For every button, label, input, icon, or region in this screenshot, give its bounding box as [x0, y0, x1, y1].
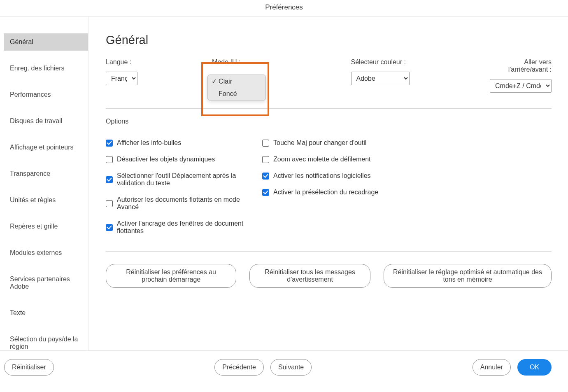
- reset-warnings-button[interactable]: Réinitialiser tous les messages d'averti…: [249, 264, 370, 288]
- option-label: Activer l'ancrage des fenêtres de docume…: [117, 220, 254, 235]
- option-scroll-zoom[interactable]: Zoom avec molette de défilement: [262, 156, 378, 163]
- option-label: Activer les notifications logicielles: [273, 172, 371, 180]
- sidebar-item-general[interactable]: Général: [4, 33, 88, 51]
- colorpicker-label: Sélecteur couleur :: [351, 58, 482, 66]
- sidebar-item-performance[interactable]: Performances: [4, 86, 88, 103]
- uimode-dropdown: ✓ Clair Foncé: [207, 75, 266, 100]
- option-label: Désactiver les objets dynamiques: [117, 156, 215, 163]
- checkbox-icon: [106, 176, 113, 183]
- cancel-button[interactable]: Annuler: [473, 359, 511, 376]
- option-floating-docs-advanced[interactable]: Autoriser les documents flottants en mod…: [106, 196, 254, 211]
- sidebar-item-transparency[interactable]: Transparence: [4, 165, 88, 182]
- sidebar-item-units-rulers[interactable]: Unités et règles: [4, 191, 88, 209]
- reset-prefs-button[interactable]: Réinitialiser les préférences au prochai…: [106, 264, 236, 288]
- checkbox-icon: [262, 173, 269, 180]
- option-dock-floating-windows[interactable]: Activer l'ancrage des fenêtres de docume…: [106, 220, 254, 235]
- option-label: Touche Maj pour changer d'outil: [273, 139, 366, 147]
- divider: [106, 251, 552, 252]
- uimode-option-clair[interactable]: ✓ Clair: [208, 75, 265, 88]
- dialog-title: Préférences: [0, 0, 568, 17]
- checkbox-icon: [262, 156, 269, 163]
- uimode-option-label: Clair: [219, 78, 232, 85]
- sidebar: Général Enreg. des fichiers Performances…: [0, 17, 88, 350]
- uimode-option-fonce[interactable]: Foncé: [208, 88, 265, 100]
- sidebar-item-plugins[interactable]: Modules externes: [4, 244, 88, 261]
- sidebar-item-file-save[interactable]: Enreg. des fichiers: [4, 60, 88, 77]
- option-label: Sélectionner l'outil Déplacement après l…: [117, 172, 254, 187]
- colorpicker-select[interactable]: Adobe: [351, 72, 410, 85]
- sidebar-item-guides-grid[interactable]: Repères et grille: [4, 218, 88, 235]
- option-label: Zoom avec molette de défilement: [273, 156, 371, 163]
- checkbox-icon: [262, 140, 269, 147]
- option-shift-tool-switch[interactable]: Touche Maj pour changer d'outil: [262, 139, 378, 147]
- next-button[interactable]: Suivante: [270, 359, 312, 376]
- option-tooltips[interactable]: Afficher les info-bulles: [106, 139, 254, 147]
- option-disable-smart-objects[interactable]: Désactiver les objets dynamiques: [106, 156, 254, 163]
- sidebar-item-display-cursors[interactable]: Affichage et pointeurs: [4, 139, 88, 156]
- sidebar-item-text[interactable]: Texte: [4, 304, 88, 322]
- sidebar-item-scratch-disks[interactable]: Disques de travail: [4, 112, 88, 130]
- checkbox-icon: [106, 140, 113, 147]
- undo-label: Aller vers l'arrière/avant :: [490, 58, 552, 73]
- previous-button[interactable]: Précédente: [214, 359, 264, 376]
- checkbox-icon: [262, 189, 269, 196]
- section-heading: Général: [106, 33, 552, 47]
- option-crop-preselection[interactable]: Activer la présélection du recadrage: [262, 189, 378, 196]
- reset-tone-button[interactable]: Réinitialiser le réglage optimisé et aut…: [384, 264, 552, 288]
- ok-button[interactable]: OK: [517, 359, 552, 376]
- option-label: Autoriser les documents flottants en mod…: [117, 196, 254, 211]
- options-title: Options: [106, 118, 552, 125]
- checkbox-icon: [106, 200, 113, 207]
- option-software-notifications[interactable]: Activer les notifications logicielles: [262, 172, 378, 180]
- checkbox-icon: [106, 156, 113, 163]
- option-label: Activer la présélection du recadrage: [273, 189, 378, 196]
- undo-select[interactable]: Cmde+Z / Cmde+Y: [490, 79, 552, 93]
- language-select[interactable]: Françai…: [106, 72, 137, 85]
- option-label: Afficher les info-bulles: [117, 139, 181, 147]
- sidebar-item-adobe-partner[interactable]: Services partenaires Adobe: [4, 271, 88, 295]
- checkbox-icon: [106, 224, 113, 231]
- reset-button[interactable]: Réinitialiser: [4, 359, 54, 376]
- sidebar-item-country-region[interactable]: Sélection du pays/de la région: [4, 331, 88, 350]
- language-label: Langue :: [106, 58, 204, 66]
- uimode-label: Mode IU :: [212, 58, 342, 66]
- option-select-move-after-text[interactable]: Sélectionner l'outil Déplacement après l…: [106, 172, 254, 187]
- uimode-option-label: Foncé: [219, 90, 237, 98]
- divider: [106, 108, 552, 109]
- check-icon: ✓: [211, 77, 217, 85]
